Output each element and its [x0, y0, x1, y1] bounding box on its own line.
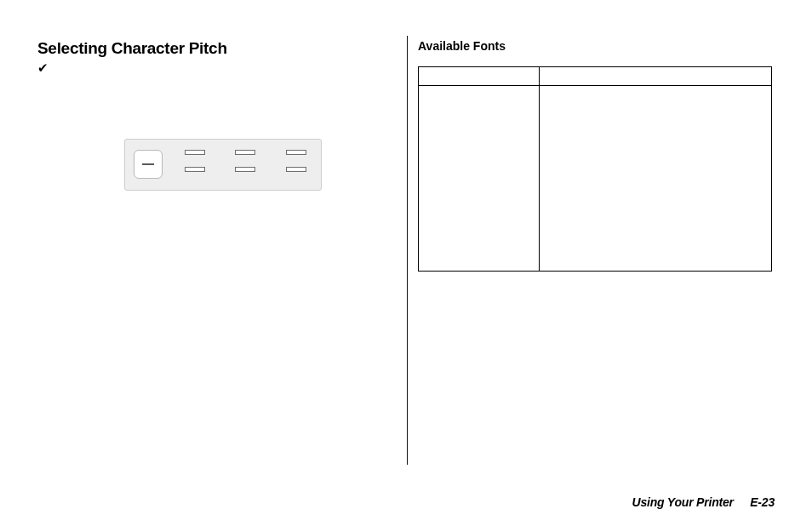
panel-button-icon	[134, 150, 163, 179]
panel-led	[235, 167, 255, 172]
available-fonts-table	[418, 66, 772, 272]
panel-led	[185, 167, 205, 172]
page: Selecting Character Pitch ✔ Available Fo…	[0, 0, 812, 526]
column-divider	[407, 36, 408, 465]
left-column: Selecting Character Pitch ✔	[37, 39, 378, 74]
panel-led	[286, 150, 306, 155]
table-row	[419, 86, 772, 272]
table-header-cell	[419, 67, 540, 86]
table-cell	[419, 86, 540, 272]
page-footer: Using Your Printer E-23	[632, 495, 775, 509]
table-cell	[539, 86, 771, 272]
printer-control-panel	[124, 139, 322, 191]
panel-led	[235, 150, 255, 155]
panel-led-grid	[185, 150, 312, 172]
right-column: Available Fonts	[418, 39, 775, 272]
section-heading: Selecting Character Pitch	[37, 39, 378, 58]
panel-led	[185, 150, 205, 155]
table-header-row	[419, 67, 772, 86]
table-header-cell	[539, 67, 771, 86]
footer-title: Using Your Printer	[632, 495, 734, 509]
footer-page-number: E-23	[750, 495, 775, 509]
subsection-heading: Available Fonts	[418, 39, 775, 53]
checkmark-icon: ✔	[37, 61, 378, 74]
panel-led	[286, 167, 306, 172]
